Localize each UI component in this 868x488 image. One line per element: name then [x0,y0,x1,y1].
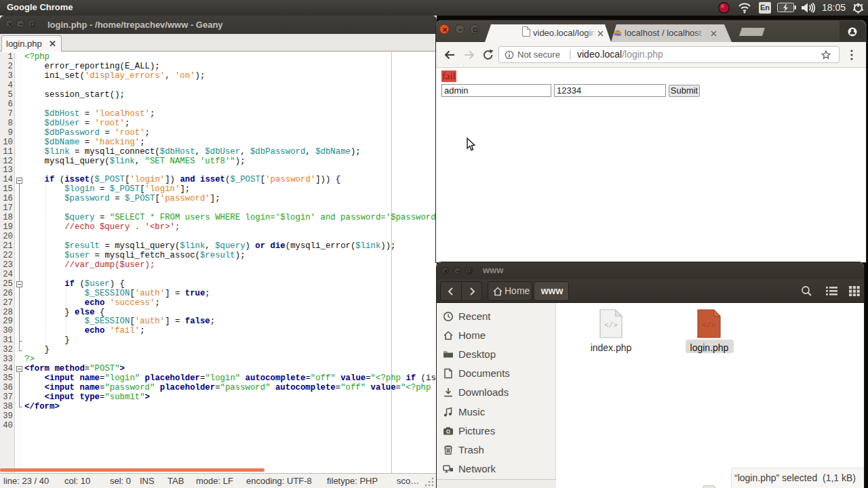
svg-text:PMA: PMA [614,33,622,37]
svg-text:</>: </> [703,321,716,329]
svg-text:</>: </> [604,321,618,329]
